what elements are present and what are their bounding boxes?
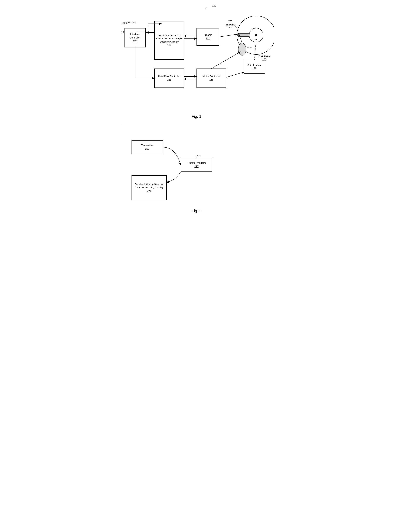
- receiver-box: Receiver Including Selective Complex Dec…: [132, 175, 167, 200]
- fig2-label: Fig. 2: [121, 209, 272, 213]
- svg-text:VCM: VCM: [246, 46, 252, 49]
- transmitter-box: Transmitter 293: [132, 140, 163, 154]
- read-channel-box: Read Channel Circuit Including Selective…: [154, 21, 184, 60]
- svg-text:Head: Head: [226, 26, 231, 29]
- fig1-diagram: 100 ↙ 101 ↗ Write Data 103 ↗ Read Data I…: [121, 4, 272, 112]
- svg-text:178: 178: [262, 58, 266, 61]
- svg-point-2: [255, 34, 257, 36]
- interface-controller-box: Interface Controller 120: [124, 28, 146, 47]
- svg-line-26: [226, 72, 244, 77]
- motor-controller-box: Motor Controller 168: [196, 69, 226, 88]
- fig2-diagram: 291 ↙ Transmitter 293 Receiver Including…: [121, 130, 272, 207]
- svg-rect-4: [237, 34, 239, 36]
- preamp-box: Preamp 170: [196, 28, 219, 46]
- page: 100 ↙ 101 ↗ Write Data 103 ↗ Read Data I…: [121, 4, 272, 213]
- disk-area: 176 Read/Write Head Disk Platter 178 VCM: [225, 12, 274, 69]
- transfer-medium-box: Transfer Medium 297: [181, 158, 212, 172]
- fig2-ref-291: 291: [196, 154, 200, 157]
- svg-text:Read/Write: Read/Write: [225, 24, 235, 26]
- write-data-label: Write Data: [125, 21, 136, 24]
- svg-text:Disk Platter: Disk Platter: [259, 55, 271, 58]
- fig1-arrow-100: ↙: [205, 7, 207, 9]
- fig1-label: Fig. 1: [121, 114, 272, 119]
- disk-svg: 176 Read/Write Head Disk Platter 178 VCM: [225, 12, 274, 69]
- fig1-ref-100: 100: [212, 4, 216, 7]
- svg-point-5: [238, 43, 246, 55]
- section-divider: [121, 124, 272, 124]
- hard-disk-controller-box: Hard Disk Controller 166: [154, 69, 184, 88]
- svg-text:176: 176: [228, 20, 232, 22]
